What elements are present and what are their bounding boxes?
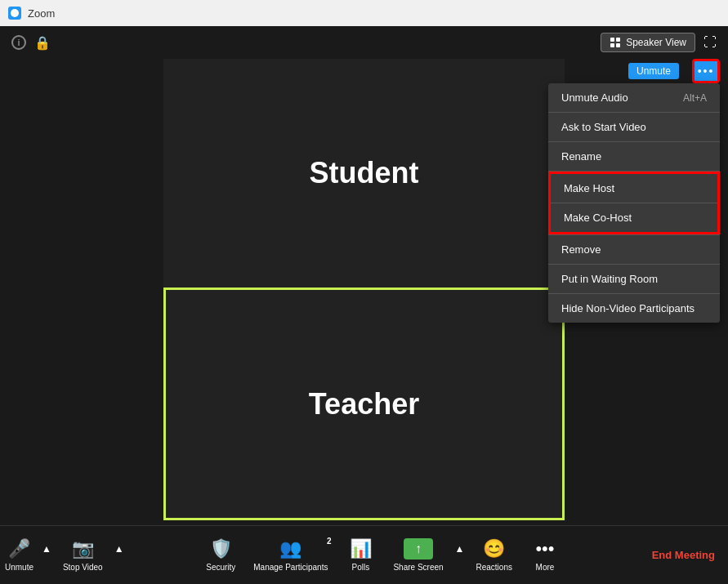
svg-rect-4	[616, 43, 620, 47]
polls-button[interactable]: 📊 Polls	[336, 532, 385, 578]
end-meeting-button[interactable]: End Meeting	[639, 542, 728, 568]
speaker-view-button[interactable]: Speaker View	[601, 33, 695, 52]
reactions-button[interactable]: 😊 Reactions	[468, 532, 520, 578]
share-screen-button[interactable]: ↑ Share Screen	[385, 533, 451, 577]
stop-video-button[interactable]: 📷 Stop Video	[55, 532, 111, 578]
security-label: Security	[206, 563, 235, 572]
toolbar-center: 🛡️ Security 👥 2 Manage Participants 📊 Po…	[196, 532, 569, 578]
unmute-audio-shortcut: Alt+A	[683, 92, 707, 104]
stop-video-label: Stop Video	[63, 563, 103, 572]
end-meeting-label: End Meeting	[652, 549, 715, 561]
share-screen-icon: ↑	[404, 538, 433, 559]
video-area: Student Unmute ••• Unmute Audio Alt+A As…	[0, 59, 728, 584]
unmute-label: Unmute	[5, 563, 33, 572]
more-button[interactable]: ••• More	[520, 532, 569, 578]
svg-rect-1	[610, 38, 614, 42]
participants-count-badge: 2	[327, 537, 332, 546]
make-host-label: Make Host	[564, 182, 614, 194]
microphone-muted-icon: 🎤	[8, 538, 30, 559]
participants-icon: 👥	[279, 538, 301, 559]
manage-participants-button[interactable]: 👥 2 Manage Participants	[245, 532, 336, 578]
unmute-chevron[interactable]: ▲	[38, 543, 55, 568]
reactions-icon: 😊	[483, 538, 505, 559]
teacher-panel: Teacher	[163, 288, 565, 520]
context-menu-make-host[interactable]: Make Host	[551, 174, 717, 203]
security-button[interactable]: 🛡️ Security	[196, 532, 245, 578]
unmute-button[interactable]: 🎤 Unmute	[0, 532, 38, 578]
lock-icon: 🔒	[34, 35, 51, 51]
rename-label: Rename	[561, 150, 601, 163]
svg-point-0	[11, 9, 19, 17]
security-icon: 🛡️	[210, 538, 232, 559]
more-label: More	[536, 563, 555, 572]
unmute-badge[interactable]: Unmute	[628, 63, 679, 79]
remove-label: Remove	[561, 243, 601, 256]
polls-label: Polls	[352, 563, 370, 572]
toolbar-left: 🎤 Unmute ▲ 📷 Stop Video ▲	[0, 532, 127, 578]
share-screen-label: Share Screen	[393, 563, 443, 572]
teacher-label: Teacher	[309, 387, 419, 421]
put-in-waiting-room-label: Put in Waiting Room	[561, 273, 658, 285]
make-cohost-label: Make Co-Host	[564, 212, 632, 224]
svg-rect-2	[616, 38, 620, 42]
highlighted-host-group: Make Host Make Co-Host	[548, 172, 720, 234]
context-menu-remove[interactable]: Remove	[548, 235, 720, 264]
video-icon: 📷	[72, 538, 94, 559]
student-label: Student	[310, 156, 419, 190]
context-menu-make-cohost[interactable]: Make Co-Host	[551, 203, 717, 232]
share-arrow-icon: ↑	[415, 542, 422, 556]
context-menu-ask-start-video[interactable]: Ask to Start Video	[548, 113, 720, 141]
more-icon: •••	[535, 538, 554, 559]
student-panel: Student	[163, 59, 565, 288]
toolbar: 🎤 Unmute ▲ 📷 Stop Video ▲ 🛡️ Security 👥 …	[0, 525, 728, 584]
context-menu-unmute-audio[interactable]: Unmute Audio Alt+A	[548, 83, 720, 112]
context-menu-rename[interactable]: Rename	[548, 142, 720, 171]
top-bar-right: Speaker View ⛶	[601, 33, 717, 52]
app-icon	[8, 7, 21, 20]
title-bar: Zoom	[0, 0, 728, 26]
top-bar: i 🔒 Speaker View ⛶	[0, 26, 728, 59]
reactions-label: Reactions	[476, 563, 512, 572]
top-bar-left: i 🔒	[11, 35, 51, 51]
context-menu: Unmute Audio Alt+A Ask to Start Video Re…	[548, 83, 720, 323]
polls-icon: 📊	[350, 538, 372, 559]
hide-non-video-label: Hide Non-Video Participants	[561, 302, 695, 314]
speaker-view-label: Speaker View	[626, 37, 686, 48]
toolbar-right: End Meeting	[639, 542, 728, 568]
context-menu-put-in-waiting-room[interactable]: Put in Waiting Room	[548, 265, 720, 293]
fullscreen-button[interactable]: ⛶	[703, 35, 717, 50]
ask-start-video-label: Ask to Start Video	[561, 121, 646, 133]
video-chevron[interactable]: ▲	[111, 543, 127, 568]
participant-options-button[interactable]: •••	[692, 59, 720, 83]
share-screen-chevron[interactable]: ▲	[452, 543, 468, 568]
unmute-audio-label: Unmute Audio	[561, 91, 628, 104]
context-menu-hide-non-video[interactable]: Hide Non-Video Participants	[548, 294, 720, 323]
svg-rect-3	[610, 43, 614, 47]
info-icon[interactable]: i	[11, 35, 26, 50]
app-title: Zoom	[28, 7, 55, 20]
manage-participants-label: Manage Participants	[253, 563, 328, 572]
three-dot-icon: •••	[698, 65, 715, 78]
